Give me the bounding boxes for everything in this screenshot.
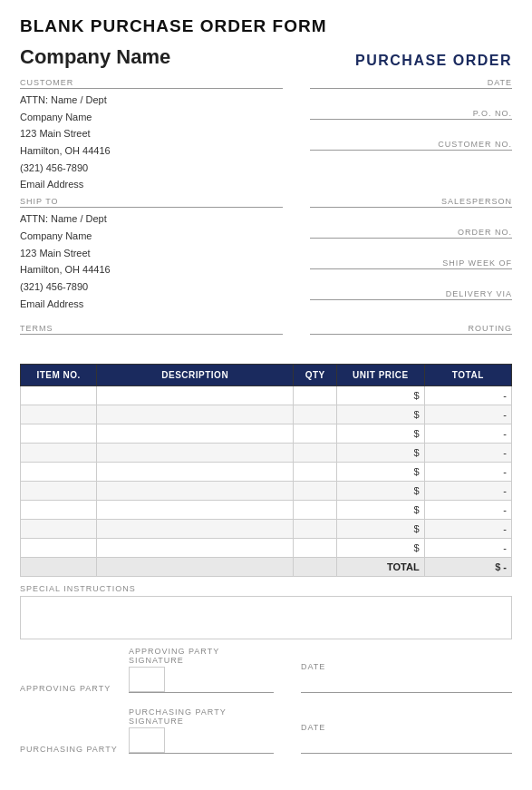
table-header-row: ITEM NO. DESCRIPTION QTY UNIT PRICE TOTA…	[21, 365, 512, 386]
cell-desc-4	[97, 463, 294, 482]
purchase-order-label: PURCHASE ORDER	[355, 53, 512, 69]
cell-unit-1: $	[337, 405, 424, 424]
col-unit-price: UNIT PRICE	[337, 365, 424, 386]
ship-week-label: SHIP WEEK OF	[310, 258, 512, 269]
po-no-field: P.O. NO.	[310, 109, 512, 134]
customer-email: Email Address	[20, 176, 283, 193]
cell-qty-1	[294, 405, 337, 424]
cell-total-2: -	[424, 424, 511, 444]
routing-field: ROUTING	[310, 324, 512, 349]
date-label: DATE	[310, 78, 512, 89]
po-no-label: P.O. NO.	[310, 109, 512, 120]
customer-attn: ATTN: Name / Dept	[20, 92, 283, 109]
cell-item-8	[21, 539, 97, 558]
cell-desc-0	[97, 386, 294, 405]
cell-total-7: -	[424, 520, 511, 539]
cell-item-0	[21, 386, 97, 405]
table-row: $ -	[21, 386, 512, 405]
total-value-cell: $ -	[424, 558, 511, 577]
cell-desc-3	[97, 444, 294, 463]
cell-unit-7: $	[337, 520, 424, 539]
cell-unit-3: $	[337, 444, 424, 463]
po-no-value	[310, 122, 512, 134]
table-row: $ -	[21, 482, 512, 501]
sig-date-line-0	[301, 671, 512, 693]
ship-to-email: Email Address	[20, 296, 283, 313]
customer-no-value	[310, 152, 512, 165]
terms-label: TERMS	[20, 324, 283, 335]
ship-week-value	[310, 271, 512, 284]
order-no-label: ORDER NO.	[310, 228, 512, 239]
customer-company: Company Name	[20, 109, 283, 126]
cell-qty-7	[294, 520, 337, 539]
special-instructions-label: SPECIAL INSTRUCTIONS	[20, 584, 512, 593]
ship-to-right-fields: SALESPERSON ORDER NO. SHIP WEEK OF DELIV…	[301, 197, 512, 320]
routing-label: ROUTING	[310, 324, 512, 335]
total-empty-3	[294, 558, 337, 577]
cell-unit-5: $	[337, 482, 424, 501]
cell-unit-4: $	[337, 463, 424, 482]
table-row: $ -	[21, 444, 512, 463]
sig-line-label-1: PURCHASING PARTY SIGNATURE	[129, 707, 274, 726]
cell-total-4: -	[424, 463, 511, 482]
cell-qty-2	[294, 424, 337, 444]
customer-label: CUSTOMER	[20, 78, 283, 89]
cell-item-7	[21, 520, 97, 539]
routing-right: ROUTING	[301, 324, 512, 355]
cell-item-6	[21, 501, 97, 520]
cell-total-3: -	[424, 444, 511, 463]
customer-right-fields: DATE P.O. NO. CUSTOMER NO.	[301, 78, 512, 193]
purchase-order-table: ITEM NO. DESCRIPTION QTY UNIT PRICE TOTA…	[20, 364, 512, 577]
total-empty-2	[97, 558, 294, 577]
ship-to-address: 123 Main Street	[20, 245, 283, 262]
delivery-via-field: DELIVERY VIA	[310, 289, 512, 315]
cell-qty-8	[294, 539, 337, 558]
cell-item-1	[21, 405, 97, 424]
sig-line-1	[129, 726, 274, 754]
sig-line-area-0: APPROVING PARTY SIGNATURE	[129, 647, 274, 693]
cell-item-5	[21, 482, 97, 501]
customer-address: 123 Main Street	[20, 125, 283, 142]
customer-section: CUSTOMER ATTN: Name / Dept Company Name …	[20, 78, 512, 193]
salesperson-field: SALESPERSON	[310, 197, 512, 222]
special-instructions-box[interactable]	[20, 596, 512, 639]
customer-no-field: CUSTOMER NO.	[310, 140, 512, 165]
customer-phone: (321) 456-7890	[20, 160, 283, 177]
cell-unit-0: $	[337, 386, 424, 405]
order-no-value	[310, 240, 512, 253]
order-no-field: ORDER NO.	[310, 228, 512, 253]
cell-desc-5	[97, 482, 294, 501]
terms-routing-row: TERMS ROUTING	[20, 324, 512, 355]
ship-to-section: SHIP TO ATTN: Name / Dept Company Name 1…	[20, 197, 512, 320]
customer-city: Hamilton, OH 44416	[20, 142, 283, 160]
cell-desc-6	[97, 501, 294, 520]
sig-row-1: PURCHASING PARTY PURCHASING PARTY SIGNAT…	[20, 707, 512, 754]
ship-to-phone: (321) 456-7890	[20, 278, 283, 296]
sig-date-line-1	[301, 732, 512, 754]
cell-desc-2	[97, 424, 294, 444]
terms-left: TERMS	[20, 324, 301, 355]
delivery-via-label: DELIVERY VIA	[310, 289, 512, 300]
routing-value	[310, 336, 512, 349]
sig-line-area-1: PURCHASING PARTY SIGNATURE	[129, 707, 274, 754]
col-description: DESCRIPTION	[97, 365, 294, 386]
ship-to-label: SHIP TO	[20, 197, 283, 208]
cell-qty-6	[294, 501, 337, 520]
cell-total-6: -	[424, 501, 511, 520]
col-qty: QTY	[294, 365, 337, 386]
cell-total-0: -	[424, 386, 511, 405]
special-instructions-section: SPECIAL INSTRUCTIONS	[20, 584, 512, 639]
sig-box-0	[129, 667, 165, 692]
table-row: $ -	[21, 520, 512, 539]
cell-item-4	[21, 463, 97, 482]
salesperson-value	[310, 210, 512, 222]
date-value	[310, 91, 512, 103]
cell-item-3	[21, 444, 97, 463]
customer-left: CUSTOMER ATTN: Name / Dept Company Name …	[20, 78, 301, 193]
col-item-no: ITEM NO.	[21, 365, 97, 386]
cell-unit-2: $	[337, 424, 424, 444]
table-row: $ -	[21, 405, 512, 424]
sig-date-label-1: DATE	[301, 723, 325, 732]
sig-box-1	[129, 727, 165, 753]
cell-unit-8: $	[337, 539, 424, 558]
